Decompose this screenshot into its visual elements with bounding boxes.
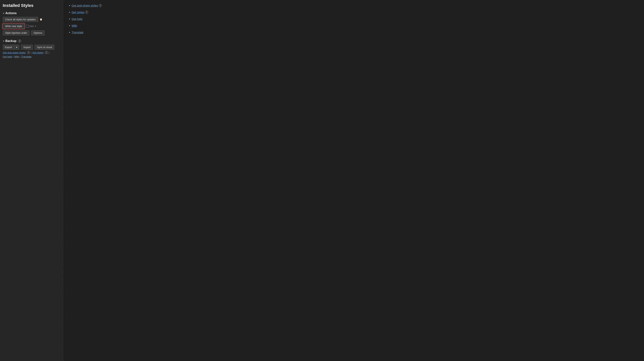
info-icon[interactable]: ℹ [99, 4, 102, 7]
injection-options-row: Style injection order Options [3, 30, 60, 35]
backup-info-icon[interactable]: ℹ [18, 39, 21, 42]
get-styles-info-icon[interactable]: ℹ [45, 51, 48, 54]
backup-section-header: Backup ℹ [3, 39, 60, 43]
main-content: Get and share stylesℹGet stylesℹGet help… [63, 0, 644, 361]
import-button[interactable]: Import [21, 45, 33, 50]
get-and-share-styles-link-sidebar[interactable]: Get and share styles [3, 51, 26, 54]
list-item: Get help [69, 17, 638, 20]
get-help-link-sidebar[interactable]: Get help [3, 55, 12, 58]
main-link-get-help[interactable]: Get help [72, 17, 82, 20]
list-item: Get stylesℹ [69, 10, 638, 14]
sync-to-cloud-button[interactable]: Sync to cloud [34, 45, 54, 50]
check-updates-button[interactable]: Check all styles for updates [3, 17, 38, 22]
wiki-link-sidebar[interactable]: Wiki [14, 55, 19, 58]
main-link-wiki[interactable]: Wiki [72, 24, 77, 27]
main-links-list: Get and share stylesℹGet stylesℹGet help… [69, 4, 638, 34]
main-link-get-styles[interactable]: Get styles [72, 10, 84, 14]
clipboard-icon: 📋 [40, 18, 42, 21]
list-item: Get and share stylesℹ [69, 4, 638, 7]
list-item: Translate [69, 31, 638, 34]
actions-group: Check all styles for updates 📋 Write new… [3, 17, 60, 35]
get-and-share-info-icon[interactable]: ℹ [27, 51, 30, 54]
export-dropdown-button[interactable]: ▼ [14, 45, 20, 50]
info-icon[interactable]: ℹ [85, 11, 88, 14]
backup-buttons-row: Export ▼ Import Sync to cloud [3, 45, 60, 50]
write-new-row: Write new style CSS ↗ [3, 23, 60, 29]
style-injection-order-button[interactable]: Style injection order [3, 30, 30, 35]
page-title: Installed Styles [3, 3, 60, 8]
translate-link-sidebar[interactable]: Translate [21, 55, 32, 58]
options-button[interactable]: Options [31, 30, 45, 35]
export-button[interactable]: Export [3, 45, 14, 50]
main-link-translate[interactable]: Translate [72, 31, 84, 34]
get-styles-link-sidebar[interactable]: Get styles [32, 51, 44, 54]
backup-section: Backup ℹ Export ▼ Import Sync to cloud G… [3, 39, 60, 58]
usercss-checkbox-icon: CSS ↗ [26, 25, 36, 27]
sidebar: Installed Styles Actions Check all style… [0, 0, 63, 361]
check-updates-row: Check all styles for updates 📋 [3, 17, 60, 22]
actions-section-header: Actions [3, 11, 60, 15]
list-item: Wiki [69, 24, 638, 27]
external-link-icon: ↗ [34, 25, 36, 27]
backup-links-row-1: Get and share styles ℹ | Get styles ℹ | [3, 51, 60, 54]
write-new-style-button[interactable]: Write new style [3, 23, 24, 29]
backup-links-row-2: Get help | Wiki | Translate [3, 55, 60, 58]
main-link-get-and-share-styles[interactable]: Get and share styles [72, 4, 98, 7]
export-group: Export ▼ [3, 45, 19, 50]
